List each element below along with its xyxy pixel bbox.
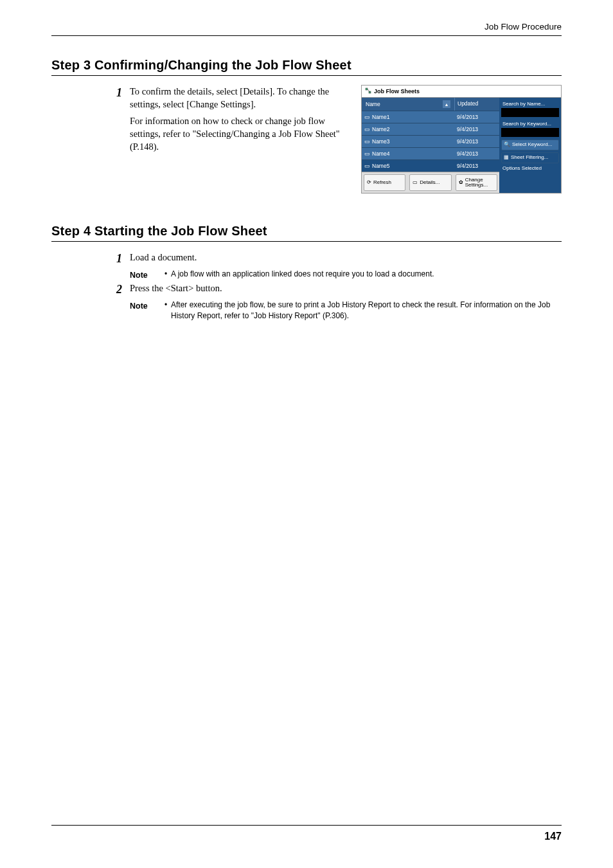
step3-text-1: To confirm the details, select [Details]… [130, 85, 352, 111]
page-number: 147 [544, 831, 562, 842]
list-item[interactable]: ▭Name49/4/2013 [362, 147, 499, 159]
list-item[interactable]: ▭Name59/4/2013 [362, 159, 499, 172]
details-button[interactable]: ▭Details... [409, 174, 451, 191]
note-body-2: After executing the job flow, be sure to… [164, 300, 562, 321]
change-label: Change Settings... [465, 177, 494, 188]
row-date: 9/4/2013 [454, 148, 499, 159]
header-rule [51, 35, 562, 36]
sheet-icon: ▭ [362, 138, 371, 145]
list-item[interactable]: ▭Name29/4/2013 [362, 123, 499, 135]
panel-title: Job Flow Sheets [362, 86, 561, 98]
sheet-icon: ▭ [362, 150, 371, 157]
running-header: Job Flow Procedure [51, 22, 562, 35]
list-item[interactable]: ▭Name39/4/2013 [362, 135, 499, 147]
panel-title-text: Job Flow Sheets [374, 88, 420, 95]
step3-heading: Step 3 Confirming/Changing the Job Flow … [51, 58, 562, 76]
footer-rule [51, 825, 562, 826]
step3-number-1: 1 [116, 86, 122, 99]
flow-icon [365, 87, 371, 95]
search-name-label: Search by Name... [501, 100, 559, 108]
col-updated[interactable]: Updated [454, 98, 499, 111]
row-date: 9/4/2013 [454, 123, 499, 135]
list-header: Name▲ Updated [362, 98, 499, 111]
search-keyword-label: Search by Keyword... [501, 120, 559, 128]
side-panel: Search by Name... Search by Keyword... 🔍… [499, 98, 561, 193]
change-settings-button[interactable]: ✿Change Settings... [456, 174, 497, 191]
row-date: 9/4/2013 [454, 111, 499, 123]
row-date: 9/4/2013 [454, 136, 499, 147]
note-body-1: A job flow with an application linked do… [164, 269, 562, 280]
search-name-input[interactable] [501, 108, 559, 117]
sheet-icon: ▭ [362, 163, 371, 169]
list-item[interactable]: ▭Name19/4/2013 [362, 111, 499, 123]
filter-label: Sheet Filtering... [511, 155, 548, 161]
step4-number-1: 1 [116, 252, 122, 265]
action-bar: ⟳Refresh ▭Details... ✿Change Settings... [362, 172, 499, 193]
details-icon: ▭ [413, 180, 418, 185]
gear-icon: ✿ [459, 180, 463, 185]
job-flow-sheets-panel: Job Flow Sheets Name▲ Updated ▭Name19/4/… [361, 85, 562, 194]
col-name[interactable]: Name [366, 101, 380, 107]
details-label: Details... [420, 180, 440, 185]
flow-list: Name▲ Updated ▭Name19/4/2013 ▭Name29/4/2… [362, 98, 499, 193]
step4-text-1: Load a document. [130, 251, 562, 264]
step4-number-2: 2 [116, 283, 122, 296]
select-keyword-label: Select Keyword... [512, 142, 552, 148]
sheet-icon: ▭ [362, 126, 371, 132]
sheet-filtering-button[interactable]: ▦Sheet Filtering... [501, 152, 559, 163]
note-label-2: Note [130, 302, 148, 311]
note-label-1: Note [130, 271, 148, 280]
refresh-label: Refresh [373, 180, 391, 185]
search-keyword-input[interactable] [501, 128, 559, 137]
sort-icon[interactable]: ▲ [443, 100, 450, 108]
refresh-button[interactable]: ⟳Refresh [364, 174, 405, 191]
row-name: Name3 [371, 136, 454, 147]
svg-rect-0 [366, 88, 368, 90]
select-keyword-button[interactable]: 🔍Select Keyword... [501, 140, 559, 150]
options-selected-label: Options Selected [501, 165, 559, 172]
sheet-icon: ▭ [362, 114, 371, 120]
row-name: Name1 [371, 111, 454, 123]
search-icon: 🔍 [504, 142, 510, 148]
row-name: Name5 [371, 160, 454, 172]
row-date: 9/4/2013 [454, 160, 499, 172]
filter-icon: ▦ [504, 155, 509, 161]
step4-text-2: Press the <Start> button. [130, 282, 562, 294]
refresh-icon: ⟳ [367, 180, 371, 185]
row-name: Name2 [371, 123, 454, 135]
step4-heading: Step 4 Starting the Job Flow Sheet [51, 224, 562, 242]
row-name: Name4 [371, 148, 454, 159]
step3-text-2: For information on how to check or chang… [130, 114, 352, 153]
